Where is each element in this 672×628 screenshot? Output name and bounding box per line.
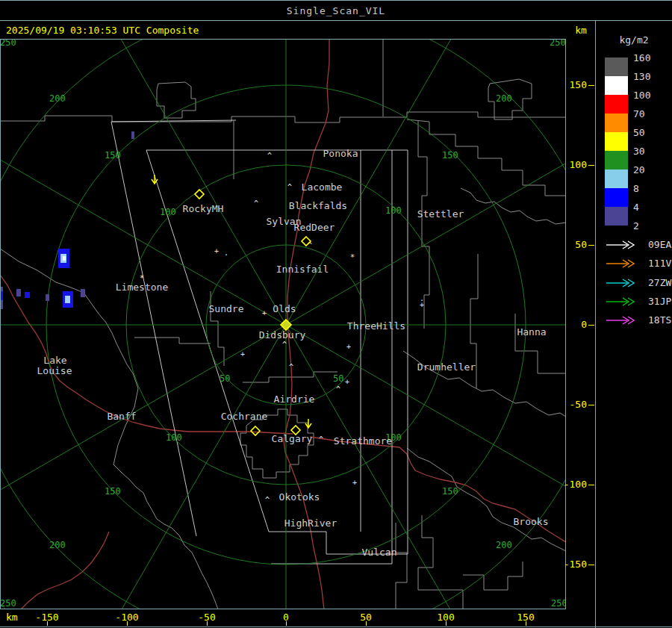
town-marker: ^ (267, 152, 272, 160)
legend-scale-value: 20 (633, 164, 663, 175)
city-label: Olds (273, 303, 296, 314)
legend-radar-id: 09EA (648, 239, 671, 250)
town-marker: + (345, 378, 349, 386)
city-label: Calgary (272, 433, 313, 444)
ring-distance-label: 200 (49, 540, 66, 550)
county-boundary (0, 249, 218, 609)
city-label: Stettler (417, 208, 464, 220)
storm-echo (25, 292, 30, 298)
ring-distance-label: 150 (442, 150, 458, 161)
town-marker: + (262, 309, 267, 317)
county-boundary (134, 338, 211, 343)
radar-arrow-icon (605, 278, 638, 288)
right-axis-tick (588, 405, 594, 405)
radar-site-marker (251, 426, 260, 435)
city-label: Lacombe (302, 181, 343, 193)
storm-echo (81, 289, 85, 297)
city-label: RedDeer (294, 222, 335, 233)
storm-echo (46, 294, 49, 301)
storm-echo (1, 291, 3, 300)
ring-distance-label: 100 (385, 205, 402, 216)
ring-distance-label: 50 (220, 373, 230, 384)
ring-distance-label: 250 (551, 598, 567, 609)
right-axis-tick (588, 565, 594, 565)
legend-scale-value: 130 (633, 71, 663, 82)
city-label: HighRiver (284, 517, 337, 529)
legend-color-swatch (605, 188, 628, 207)
city-label: Lake (43, 355, 66, 366)
storm-echo (16, 289, 21, 296)
town-marker: ^ (289, 363, 293, 371)
legend-radar-id: 27ZW (648, 277, 671, 288)
map-layers: 5050100100100100150150150150200200200200… (0, 0, 672, 628)
county-boundary (157, 82, 196, 118)
legend-color-swatch (605, 57, 628, 76)
city-label: Banff (107, 411, 136, 422)
city-label: Drumheller (417, 361, 476, 373)
right-axis-label: 50 (561, 239, 587, 250)
right-axis-label: -150 (561, 559, 587, 570)
range-ring (0, 0, 672, 628)
storm-echo (65, 296, 70, 303)
legend-color-swatch (605, 207, 628, 226)
radar-arrow-icon (605, 315, 638, 326)
ring-distance-label: 50 (333, 373, 343, 384)
legend-scale-value: 50 (633, 127, 663, 138)
city-label: Sundre (209, 303, 244, 314)
town-marker: + (346, 343, 351, 351)
radar-arrow-icon (605, 240, 638, 250)
city-label: Brooks (514, 516, 549, 527)
county-boundary (515, 314, 566, 373)
bottom-axis-tick (526, 621, 526, 626)
radar-map-display: 5050100100100100150150150150200200200200… (0, 0, 672, 628)
ring-distance-label: 100 (160, 207, 176, 217)
town-marker: * (350, 253, 355, 261)
legend-color-swatch (605, 132, 628, 151)
legend-radar-row: 09EA (605, 239, 672, 249)
storm-echo (131, 131, 134, 139)
ring-distance-label: 200 (496, 540, 512, 550)
azimuth-radial-line (0, 0, 672, 628)
town-marker: . (224, 249, 228, 257)
legend-unit-label: kg/m2 (596, 34, 672, 46)
radar-arrow-icon (605, 258, 638, 269)
city-label: Innisfail (276, 264, 329, 275)
range-ring (0, 5, 606, 628)
radar-arrow-icon (605, 296, 638, 307)
azimuth-radial-line (0, 0, 672, 628)
city-label: Louise (37, 365, 72, 376)
town-marker: . (420, 294, 424, 302)
right-axis-label: -50 (561, 399, 587, 410)
ring-distance-label: 200 (496, 93, 512, 104)
right-axis-tick (588, 245, 594, 246)
ring-distance-label: 150 (105, 150, 121, 161)
legend-scale-value: 100 (633, 90, 663, 101)
right-axis-label: 150 (561, 79, 587, 90)
city-label: Airdrie (274, 394, 315, 405)
legend-radar-row: 111V (605, 258, 672, 268)
county-boundary (463, 562, 523, 590)
ring-distance-label: 150 (105, 486, 121, 497)
city-label: ThreeHills (347, 320, 405, 332)
city-label: Limestone (116, 282, 169, 293)
legend-radar-row: 31JP (605, 296, 672, 306)
county-boundary (243, 372, 337, 382)
county-boundary (211, 291, 224, 366)
legend-scale-value: 2 (633, 220, 663, 231)
ring-distance-label: 200 (49, 93, 66, 104)
ring-distance-label: 150 (442, 486, 458, 497)
city-label: Ponoka (323, 148, 358, 159)
legend-color-swatch (605, 95, 628, 114)
city-label: Hanna (517, 326, 546, 338)
town-marker: ^ (282, 341, 287, 349)
legend-panel: kg/m2 1601301007050302084209EA111V27ZW31… (596, 21, 672, 628)
right-axis-label: 100 (561, 159, 587, 170)
radar-site-marker (195, 190, 204, 199)
town-marker: + (352, 479, 357, 487)
radar-coverage-outline (111, 122, 196, 536)
legend-scale-value: 4 (633, 202, 663, 213)
town-marker: ^ (336, 385, 340, 394)
legend-color-swatch (605, 76, 628, 95)
bottom-axis-tick (446, 621, 447, 626)
right-axis-tick (588, 325, 594, 326)
